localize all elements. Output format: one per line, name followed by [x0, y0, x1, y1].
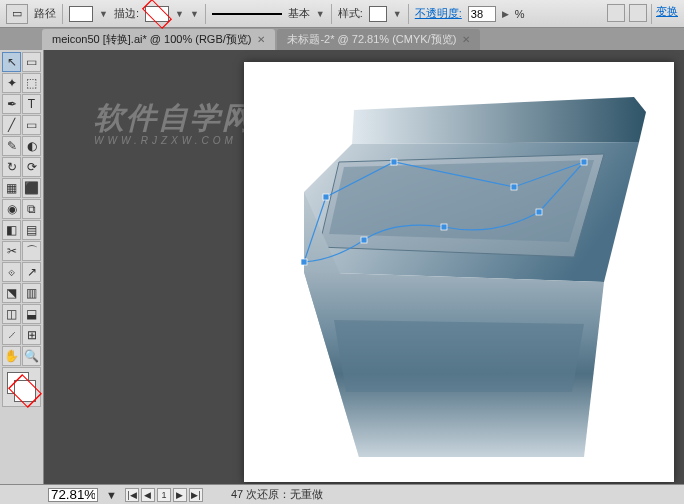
column-graph-tool[interactable]: ⬔	[2, 283, 21, 303]
svg-rect-14	[361, 237, 367, 243]
width-tool[interactable]: ⬛	[22, 178, 41, 198]
svg-rect-11	[581, 159, 587, 165]
no-selection-icon: ▭	[6, 4, 28, 24]
eraser-tool[interactable]: ⬓	[22, 304, 41, 324]
stroke-preview[interactable]	[212, 13, 282, 15]
chevron-down-icon[interactable]: ▼	[106, 489, 117, 501]
symbol-sprayer-tool[interactable]: ↗	[22, 262, 41, 282]
svg-rect-7	[301, 259, 307, 265]
line-tool[interactable]: ╱	[2, 115, 21, 135]
opacity-link[interactable]: 不透明度:	[415, 6, 462, 21]
knife-tool[interactable]: ⊞	[22, 325, 41, 345]
tab-document-2[interactable]: 未标题-2* @ 72.81% (CMYK/预览) ✕	[277, 29, 480, 50]
align-icon[interactable]	[629, 4, 647, 22]
options-bar: ▭ 路径 ▼ 描边: ▼ ▼ 基本 ▼ 样式: ▼ 不透明度: ▶ % 变换	[0, 0, 684, 28]
next-artboard-button[interactable]: ▶	[173, 488, 187, 502]
zoom-tool[interactable]: 🔍	[22, 346, 41, 366]
tab-label: meicon50 [转换].ai* @ 100% (RGB/预览)	[52, 32, 251, 47]
pencil-tool[interactable]: ◐	[22, 136, 41, 156]
artboard-nav: |◀ ◀ 1 ▶ ▶|	[125, 488, 203, 502]
prev-artboard-button[interactable]: ◀	[141, 488, 155, 502]
toolbox: ↖ ▭ ✦ ⬚ ✒ T ╱ ▭ ✎ ◐ ↻ ⟳ ▦ ⬛ ◉ ⧉ ◧ ▤ ✂ ⌒ …	[0, 50, 44, 484]
direct-selection-tool[interactable]: ▭	[22, 52, 41, 72]
stroke-swatch[interactable]	[145, 6, 169, 22]
artboard	[244, 62, 674, 482]
gradient-tool[interactable]: ✂	[2, 241, 21, 261]
close-icon[interactable]: ✕	[462, 34, 470, 45]
stroke-color[interactable]	[14, 380, 36, 402]
chevron-right-icon[interactable]: ▶	[502, 9, 509, 19]
svg-rect-13	[441, 224, 447, 230]
reflect-tool[interactable]: ⟳	[22, 157, 41, 177]
artboard-number[interactable]: 1	[157, 488, 171, 502]
opacity-input[interactable]	[468, 6, 496, 22]
type-tool[interactable]: T	[22, 94, 41, 114]
magic-wand-tool[interactable]: ✦	[2, 73, 21, 93]
transform-link[interactable]: 变换	[656, 4, 678, 24]
scissors-tool[interactable]: ⟋	[2, 325, 21, 345]
rotate-tool[interactable]: ↻	[2, 157, 21, 177]
first-artboard-button[interactable]: |◀	[125, 488, 139, 502]
fill-swatch[interactable]	[69, 6, 93, 22]
svg-rect-9	[391, 159, 397, 165]
chevron-down-icon[interactable]: ▼	[175, 9, 184, 19]
style-swatch[interactable]	[369, 6, 387, 22]
color-picker[interactable]	[2, 367, 41, 407]
close-icon[interactable]: ✕	[257, 34, 265, 45]
chevron-down-icon[interactable]: ▼	[190, 9, 199, 19]
scale-tool[interactable]: ▦	[2, 178, 21, 198]
stroke-label: 描边:	[114, 6, 139, 21]
recolor-icon[interactable]	[607, 4, 625, 22]
path-label: 路径	[34, 6, 56, 21]
canvas[interactable]: 软件自学网 WWW.RJZXW.COM	[44, 50, 684, 484]
status-bar: ▼ |◀ ◀ 1 ▶ ▶| 47 次还原：无重做	[0, 484, 684, 504]
svg-marker-6	[334, 320, 584, 392]
mesh-tool[interactable]: ▤	[22, 220, 41, 240]
zoom-input[interactable]	[48, 488, 98, 502]
artboard-tool[interactable]: ▥	[22, 283, 41, 303]
document-tabs: meicon50 [转换].ai* @ 100% (RGB/预览) ✕ 未标题-…	[0, 28, 684, 50]
chevron-down-icon[interactable]: ▼	[393, 9, 402, 19]
svg-rect-12	[536, 209, 542, 215]
free-transform-tool[interactable]: ◉	[2, 199, 21, 219]
pen-tool[interactable]: ✒	[2, 94, 21, 114]
eyedropper-tool[interactable]: ⌒	[22, 241, 41, 261]
paintbrush-tool[interactable]: ✎	[2, 136, 21, 156]
style-label: 样式:	[338, 6, 363, 21]
svg-rect-10	[511, 184, 517, 190]
slice-tool[interactable]: ◫	[2, 304, 21, 324]
tab-label: 未标题-2* @ 72.81% (CMYK/预览)	[287, 32, 456, 47]
rectangle-tool[interactable]: ▭	[22, 115, 41, 135]
chevron-down-icon[interactable]: ▼	[316, 9, 325, 19]
lasso-tool[interactable]: ⬚	[22, 73, 41, 93]
svg-rect-8	[323, 194, 329, 200]
tab-document-1[interactable]: meicon50 [转换].ai* @ 100% (RGB/预览) ✕	[42, 29, 275, 50]
basic-label: 基本	[288, 6, 310, 21]
perspective-tool[interactable]: ◧	[2, 220, 21, 240]
selection-tool[interactable]: ↖	[2, 52, 21, 72]
shape-builder-tool[interactable]: ⧉	[22, 199, 41, 219]
svg-marker-0	[352, 97, 646, 144]
chevron-down-icon[interactable]: ▼	[99, 9, 108, 19]
blend-tool[interactable]: ⟐	[2, 262, 21, 282]
last-artboard-button[interactable]: ▶|	[189, 488, 203, 502]
watermark: 软件自学网 WWW.RJZXW.COM	[94, 98, 254, 146]
undo-status: 47 次还原：无重做	[231, 487, 323, 502]
hand-tool[interactable]: ✋	[2, 346, 21, 366]
